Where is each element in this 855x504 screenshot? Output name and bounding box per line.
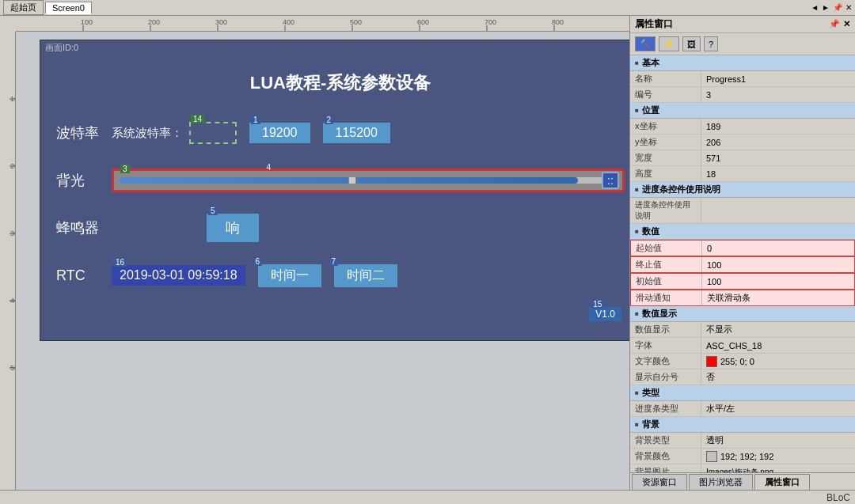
main-layout: 100 200 300 400 500 600 700 800	[0, 16, 855, 490]
prop-x: x坐标 189	[630, 119, 855, 135]
rtc-row: RTC 16 2019-03-01 09:59:18 6 时间一	[56, 260, 625, 291]
arrow-right-icon[interactable]: ►	[822, 3, 830, 12]
left-panel: 100 200 300 400 500 600 700 800	[0, 16, 629, 490]
version-badge: 15 V1.0	[589, 307, 621, 321]
close-panel-icon[interactable]: ✕	[846, 3, 852, 12]
prop-slide-notify-label: 滑动通知	[631, 290, 702, 305]
section-usage-header: 进度条控件使用说明	[630, 182, 855, 198]
svg-text:700: 700	[484, 18, 496, 26]
right-panel: 属性窗口 📌 ✕ 🔨 ⚡ 🖼 ? 基本 名称 Progress1 编号	[629, 16, 855, 490]
prop-bg-color: 背景颜色 192; 192; 192	[630, 449, 855, 464]
prop-bg-color-label: 背景颜色	[630, 449, 701, 464]
tab-image-browser[interactable]: 图片浏览器	[689, 474, 753, 490]
section-values: 数值 起始值 0 终止值 100 初始值 100 滑动通知 关联滑动条	[630, 224, 855, 306]
props-tool-btn-3[interactable]: 🖼	[682, 36, 701, 51]
prop-x-label: x坐标	[630, 119, 701, 134]
tab-resource-window[interactable]: 资源窗口	[632, 474, 687, 490]
section-type-header: 类型	[630, 385, 855, 401]
baud-rate-row: 波特率 系统波特率： 14 1 19200	[56, 117, 625, 149]
prop-text-color-value: 255; 0; 0	[701, 354, 855, 369]
props-toolbar: 🔨 ⚡ 🖼 ?	[630, 33, 855, 55]
tab-startpage[interactable]: 起始页	[3, 0, 44, 15]
tab-properties-window[interactable]: 属性窗口	[754, 474, 810, 490]
prop-bg-image-value: Images\拖动条.png	[701, 464, 855, 472]
time-btn-2[interactable]: 时间二	[334, 264, 397, 287]
screen-content: LUA教程-系统参数设备 波特率 系统波特率： 14	[40, 57, 629, 340]
svg-text:400: 400	[10, 297, 16, 305]
svg-text:800: 800	[552, 18, 564, 26]
prop-number-value: 3	[701, 87, 855, 102]
prop-end-val-value: 100	[702, 257, 854, 272]
slider-mid-thumb[interactable]	[348, 176, 356, 184]
prop-progress-type: 进度条类型 水平/左	[630, 401, 855, 417]
baud-btn-19200[interactable]: 19200	[249, 123, 310, 143]
baud-dashed-input[interactable]	[189, 122, 237, 144]
rtc-label: RTC	[56, 267, 112, 284]
prop-progress-type-label: 进度条类型	[630, 401, 701, 416]
badge-15: 15	[591, 300, 604, 309]
prop-start-val: 起始值 0	[630, 240, 855, 256]
prop-name-value: Progress1	[701, 71, 855, 86]
props-tool-btn-help[interactable]: ?	[704, 36, 718, 51]
prop-height-label: 高度	[630, 166, 701, 181]
prop-font-value: ASC_CHS_18	[701, 338, 855, 353]
arrow-left-icon[interactable]: ◄	[811, 3, 819, 12]
backlight-label: 背光	[56, 171, 112, 190]
badge-14: 14	[191, 115, 204, 123]
rtc-controls: 16 2019-03-01 09:59:18 6 时间一 7 时间二	[112, 264, 397, 287]
svg-text:500: 500	[10, 364, 16, 372]
badge-4: 4	[267, 163, 272, 172]
prop-x-value: 189	[701, 119, 855, 134]
section-bg-header: 背景	[630, 417, 855, 433]
prop-font: 字体 ASC_CHS_18	[630, 338, 855, 354]
ruler-corner	[0, 16, 16, 32]
slider-container: 4 3 ::	[112, 169, 625, 192]
window-controls: ◄ ► 📌 ✕	[811, 3, 852, 12]
section-bg: 背景 背景类型 透明 背景颜色 192; 192; 192 背景图片 Image…	[630, 417, 855, 472]
close-right-icon[interactable]: ✕	[843, 19, 850, 29]
tab-screen0[interactable]: Screen0	[45, 2, 92, 14]
buzzer-button[interactable]: 响	[207, 214, 259, 242]
prop-y-value: 206	[701, 135, 855, 150]
section-type: 类型 进度条类型 水平/左	[630, 385, 855, 417]
badge-1: 1	[251, 116, 260, 124]
screen-canvas: 画面ID:0 LUA教程-系统参数设备 波特率 系统波特率： 14	[40, 40, 629, 341]
pin-icon[interactable]: 📌	[833, 3, 842, 12]
prop-end-val-label: 终止值	[631, 257, 702, 272]
prop-show-semicolon-value: 否	[701, 369, 855, 385]
pin-right-icon[interactable]: 📌	[829, 19, 840, 29]
svg-rect-0	[16, 16, 625, 32]
badge-16: 16	[113, 258, 127, 267]
ruler-row: 100 200 300 400 500 600 700 800	[0, 16, 629, 32]
top-tab-bar: 起始页 Screen0 ◄ ► 📌 ✕	[0, 0, 855, 16]
prop-usage-desc: 进度条控件使用说明	[630, 198, 855, 224]
badge-5: 5	[208, 207, 218, 215]
prop-text-color: 文字颜色 255; 0; 0	[630, 354, 855, 369]
baud-btn-115200[interactable]: 115200	[323, 123, 390, 143]
time-btn1-wrapper: 6 时间一	[252, 264, 321, 287]
section-usage: 进度条控件使用说明 进度条控件使用说明	[630, 182, 855, 224]
slider-row-inner: 3 ::	[119, 177, 618, 184]
slider-right-thumb[interactable]: ::	[602, 172, 619, 189]
prop-name: 名称 Progress1	[630, 71, 855, 87]
prop-name-label: 名称	[630, 71, 701, 86]
prop-display-value: 不显示	[701, 322, 855, 337]
prop-height-value: 18	[701, 166, 855, 181]
prop-bg-color-value: 192; 192; 192	[701, 449, 855, 464]
status-bar: BLoC	[0, 490, 855, 504]
v-ruler: 100 200 300 400 500	[0, 32, 16, 490]
bg-color-swatch	[706, 451, 717, 462]
text-color-swatch	[706, 356, 717, 367]
section-position-header: 位置	[630, 103, 855, 119]
props-tool-btn-1[interactable]: 🔨	[635, 36, 656, 51]
section-position: 位置 x坐标 189 y坐标 206 宽度 571 高度 18	[630, 103, 855, 182]
version-row: 15 V1.0	[56, 307, 625, 324]
prop-number-label: 编号	[630, 87, 701, 102]
canvas-area: 100 200 300 400 500 画面ID:0 LU	[0, 32, 629, 490]
prop-bg-image-label: 背景图片	[630, 464, 701, 472]
baud-btn2-wrapper: 2 115200	[323, 123, 390, 143]
time-btn-1[interactable]: 时间一	[258, 264, 321, 287]
prop-display: 数值显示 不显示	[630, 322, 855, 338]
time-btn2-wrapper: 7 时间二	[328, 264, 397, 287]
props-tool-btn-2[interactable]: ⚡	[659, 36, 679, 51]
